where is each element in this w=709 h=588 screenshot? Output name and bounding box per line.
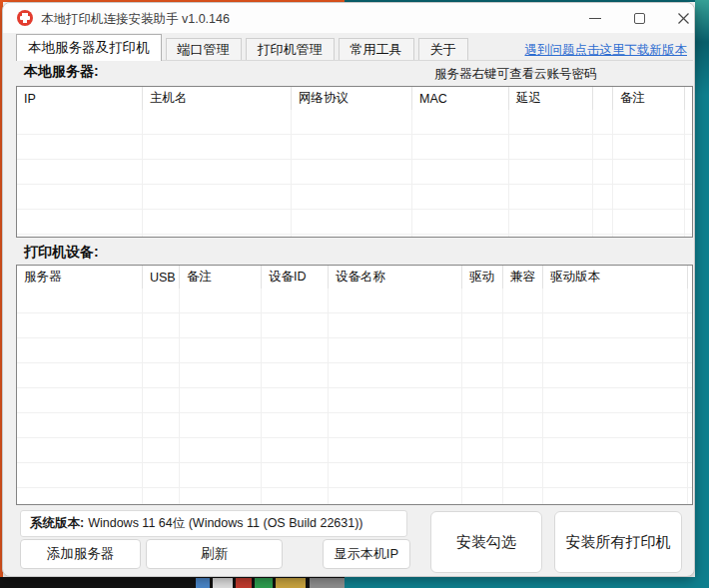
tab-common-tools[interactable]: 常用工具 — [339, 38, 414, 61]
minimize-button[interactable] — [578, 3, 612, 33]
system-version-value: Windows 11 64位 (Windows 11 (OS Build 226… — [88, 515, 362, 532]
table-column — [543, 289, 688, 504]
printer-devices-table-header: 服务器 USB 备注 设备ID 设备名称 驱动 兼容 驱动版本 — [17, 266, 692, 289]
local-servers-label: 本地服务器: — [24, 63, 99, 81]
background-window-fragment — [310, 578, 345, 588]
minimize-icon — [589, 18, 601, 19]
column-header-mac[interactable]: MAC — [412, 87, 509, 110]
printer-devices-table-body — [17, 289, 692, 504]
column-header-ip[interactable]: IP — [17, 87, 143, 110]
table-column — [509, 110, 593, 237]
install-all-printers-button[interactable]: 安装所有打印机 — [554, 511, 682, 573]
column-header-remark[interactable]: 备注 — [613, 87, 685, 110]
printer-devices-table: 服务器 USB 备注 设备ID 设备名称 驱动 兼容 驱动版本 — [16, 265, 693, 505]
app-window: 本地打印机连接安装助手 v1.0.146 本地服务器及打印机 端口管理 打印机管… — [2, 2, 695, 577]
add-server-button[interactable]: 添加服务器 — [20, 539, 141, 569]
tab-port-management[interactable]: 端口管理 — [166, 38, 242, 61]
background-window-fragment — [236, 578, 252, 588]
table-column — [262, 289, 329, 504]
cloud-account-hint: 服务器右键可查看云账号密码 — [434, 66, 597, 83]
column-header-device-id[interactable]: 设备ID — [262, 266, 329, 289]
maximize-button[interactable] — [622, 3, 656, 33]
tab-about[interactable]: 关于 — [418, 38, 468, 61]
system-version-label: 系统版本: — [30, 515, 84, 532]
column-header-filler — [685, 87, 692, 110]
table-column — [17, 110, 143, 237]
refresh-button[interactable]: 刷新 — [146, 539, 283, 569]
table-column — [503, 289, 543, 504]
column-header-driver-version[interactable]: 驱动版本 — [543, 266, 688, 289]
background-window-fragment — [213, 578, 233, 588]
printer-app-icon — [17, 10, 33, 26]
desktop-edge-bottom-teal — [345, 577, 709, 588]
table-column — [180, 289, 262, 504]
column-header-remark[interactable]: 备注 — [180, 266, 262, 289]
desktop: 本地打印机连接安装助手 v1.0.146 本地服务器及打印机 端口管理 打印机管… — [0, 0, 709, 588]
column-header-server[interactable]: 服务器 — [17, 266, 143, 289]
table-column — [593, 110, 613, 237]
column-header-usb[interactable]: USB — [143, 266, 180, 289]
table-column — [292, 110, 412, 237]
table-column — [688, 289, 692, 504]
local-servers-table: IP 主机名 网络协议 MAC 延迟 备注 — [16, 86, 693, 238]
download-new-version-link[interactable]: 遇到问题点击这里下载新版本 — [525, 42, 688, 59]
table-column — [613, 110, 685, 237]
tab-strip: 本地服务器及打印机 端口管理 打印机管理 常用工具 关于 遇到问题点击这里下载新… — [16, 34, 693, 61]
column-header-hostname[interactable]: 主机名 — [143, 87, 292, 110]
printer-devices-label: 打印机设备: — [24, 244, 99, 262]
table-column — [412, 110, 509, 237]
column-header-protocol[interactable]: 网络协议 — [292, 87, 412, 110]
show-local-ip-button[interactable]: 显示本机IP — [323, 539, 410, 569]
table-column — [329, 289, 462, 504]
window-title: 本地打印机连接安装助手 v1.0.146 — [41, 11, 230, 28]
title-bar: 本地打印机连接安装助手 v1.0.146 — [3, 3, 694, 33]
install-checked-button[interactable]: 安装勾选 — [430, 511, 542, 573]
column-header-device-name[interactable]: 设备名称 — [329, 266, 462, 289]
desktop-edge-right — [695, 0, 709, 588]
table-column — [685, 110, 692, 237]
tab-printer-management[interactable]: 打印机管理 — [246, 38, 335, 61]
table-column — [143, 110, 292, 237]
background-window-fragment — [276, 578, 306, 588]
column-header-compatible[interactable]: 兼容 — [503, 266, 543, 289]
column-header-latency[interactable]: 延迟 — [509, 87, 593, 110]
table-column — [143, 289, 180, 504]
printer-icon-output — [23, 20, 27, 23]
maximize-icon — [634, 13, 645, 24]
background-window-fragment — [255, 578, 273, 588]
column-header-filler — [688, 266, 692, 289]
close-button[interactable] — [666, 3, 695, 33]
table-column — [17, 289, 143, 504]
column-header-driver[interactable]: 驱动 — [462, 266, 503, 289]
column-header-spacer — [593, 87, 613, 110]
local-servers-table-body — [17, 110, 692, 237]
system-version-box: 系统版本: Windows 11 64位 (Windows 11 (OS Bui… — [20, 510, 407, 537]
close-icon — [677, 12, 690, 25]
local-servers-table-header: IP 主机名 网络协议 MAC 延迟 备注 — [17, 87, 692, 110]
background-window-fragment — [196, 578, 210, 588]
tab-local-servers-printers[interactable]: 本地服务器及打印机 — [16, 34, 162, 61]
table-column — [462, 289, 503, 504]
